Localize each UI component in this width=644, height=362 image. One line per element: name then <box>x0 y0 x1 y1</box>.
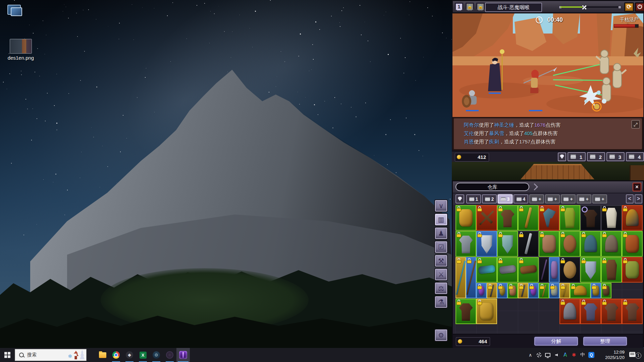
start-button[interactable] <box>0 348 15 362</box>
warehouse-tab-2[interactable]: 2 <box>482 194 497 203</box>
search-input[interactable]: 搜索 ❄ <box>15 349 87 361</box>
inventory-slot-kite-shield[interactable] <box>476 231 497 257</box>
tabs-prev-button[interactable]: < <box>626 194 634 203</box>
warehouse-tab-4[interactable]: 4 <box>514 194 528 203</box>
inventory-slot-wooden-shield[interactable] <box>559 231 580 257</box>
inventory-slot-gold-medal[interactable] <box>497 283 507 298</box>
team-button-4[interactable]: 4 <box>626 152 644 161</box>
inventory-slot-pagoda-charm[interactable] <box>549 257 559 283</box>
inventory-slot-dark-wand[interactable] <box>539 257 549 283</box>
inventory-slot-strap-vest[interactable] <box>601 299 622 324</box>
inventory-slot-green-gauntlets[interactable] <box>622 257 643 283</box>
inventory-slot-gem-belt[interactable] <box>476 257 497 283</box>
inventory-slot-violet-amulet-2[interactable] <box>528 283 539 298</box>
toolbar-button-warehouse-chest-icon[interactable]: ▥ <box>434 213 448 226</box>
tray-network-icon[interactable] <box>543 348 552 362</box>
warehouse-tab-3[interactable]: 3 <box>498 194 513 203</box>
lock-badge-icon[interactable]: 🔒 <box>466 3 474 11</box>
toolbar-button-scales-icon[interactable]: ⚖ <box>434 282 448 295</box>
taskbar-icon-game-dark[interactable] <box>163 348 176 362</box>
inventory-slot-steel-armor[interactable] <box>455 231 476 257</box>
inventory-slot-leather-belt[interactable] <box>518 257 539 283</box>
toolbar-button-quest-check-icon[interactable]: ☑ <box>434 241 448 253</box>
inventory-slot-gold-cross[interactable] <box>539 283 549 298</box>
taskbar-icon-game-active[interactable] <box>176 348 190 362</box>
warehouse-tab-add-4[interactable]: + <box>577 194 591 203</box>
inventory-slot-gold-hook[interactable] <box>559 283 570 298</box>
sort-button[interactable]: 整理 <box>583 336 628 346</box>
inventory-slot-wooden-staff[interactable] <box>466 257 476 298</box>
tray-ime-indicator[interactable]: 中 <box>578 348 587 362</box>
toolbar-button-alchemy-icon[interactable]: ⚗ <box>434 296 448 308</box>
inventory-slot-crossbow[interactable] <box>476 205 497 231</box>
toolbar-button-settings-gear-icon[interactable]: ⚙ <box>434 329 448 342</box>
close-warehouse-button[interactable]: × <box>633 183 641 191</box>
refresh-button[interactable]: ⟳ <box>624 2 634 12</box>
slider-handle-swords-icon[interactable] <box>580 3 588 11</box>
warehouse-tab-add-1[interactable]: + <box>529 194 544 203</box>
stage-badge[interactable]: 1 <box>455 3 463 11</box>
inventory-slot-bronze-shield[interactable] <box>559 257 580 283</box>
tray-volume-icon[interactable] <box>552 348 561 362</box>
inventory-slot-crate-charm[interactable] <box>601 283 611 298</box>
inventory-slot-bone-wand[interactable] <box>487 283 497 298</box>
tray-recorder-icon[interactable] <box>535 348 543 362</box>
inventory-slot-long-sword[interactable] <box>518 231 539 257</box>
lock-badge-icon-2[interactable]: 🔒 <box>476 3 485 11</box>
log-expand-icon[interactable]: ⤢ <box>631 120 640 129</box>
inventory-slot-bird-mask[interactable] <box>622 231 643 257</box>
inventory-slot-golden-cape[interactable] <box>455 205 476 231</box>
inventory-slot-gold-gauntlets[interactable] <box>476 299 497 324</box>
inventory-slot-golden-greathelm[interactable] <box>570 283 591 298</box>
warehouse-tab-1[interactable]: 1 <box>466 194 481 203</box>
battle-speed-slider[interactable] <box>560 6 620 8</box>
taskbar-icon-steam[interactable]: ⊙ <box>150 348 163 362</box>
inventory-slot-leather-gloves[interactable] <box>539 231 559 257</box>
inventory-slot-great-helm[interactable] <box>580 231 601 257</box>
team-button-1[interactable]: 1 <box>568 152 586 161</box>
inventory-slot-violet-amulet[interactable] <box>476 283 487 298</box>
toolbar-button-battle-swords-icon[interactable]: ⚔ <box>434 268 448 281</box>
taskbar-icon-excel[interactable]: X <box>136 348 150 362</box>
taskbar-icon-chrome[interactable] <box>109 348 123 362</box>
inventory-slot-dark-cuirass[interactable] <box>455 299 476 324</box>
inventory-slot-voodoo-doll[interactable] <box>507 283 518 298</box>
desktop-icon-pc[interactable] <box>7 4 21 17</box>
toolbar-button-character-icon[interactable]: ♟ <box>434 227 448 240</box>
taskbar-clock[interactable]: 12:09 2025/1/20 <box>596 350 627 360</box>
inventory-slot-gladiator-helm[interactable] <box>559 299 580 324</box>
team-button-2[interactable]: 2 <box>587 152 605 161</box>
tray-q-app-icon[interactable]: Q <box>587 348 596 362</box>
taskbar-icon-explorer[interactable] <box>96 348 109 362</box>
inventory-slot-iron-rod[interactable] <box>518 283 528 298</box>
warehouse-title-tab[interactable]: 仓库 <box>455 183 529 191</box>
inventory-slot-steel-shield[interactable] <box>580 257 601 283</box>
warehouse-gem-button[interactable] <box>455 194 464 203</box>
inventory-slot-leather-chest[interactable] <box>580 205 601 231</box>
tray-chevron-up-icon[interactable]: ∧ <box>526 348 535 362</box>
toolbar-button-collapse-icon[interactable]: ∨ <box>434 199 448 212</box>
warehouse-tab-add-5[interactable]: + <box>592 194 607 203</box>
inventory-slot-studded-belt[interactable] <box>497 257 518 283</box>
inventory-slot-green-cloak[interactable] <box>559 205 580 231</box>
inventory-slot-bell-pendant[interactable] <box>549 283 559 298</box>
inventory-slot-strap-vest-2[interactable] <box>622 299 643 324</box>
inventory-slot-navy-cuirass[interactable] <box>580 299 601 324</box>
tray-pinwheel-icon[interactable]: ✱ <box>570 348 578 362</box>
inventory-slot-fur-coat[interactable] <box>601 257 622 283</box>
warehouse-tab-add-2[interactable]: + <box>545 194 560 203</box>
gem-button[interactable] <box>558 153 566 161</box>
exit-battle-button[interactable]: ⏻ <box>635 2 644 12</box>
warehouse-tab-add-3[interactable]: + <box>561 194 576 203</box>
inventory-slot-tower-shield[interactable] <box>497 231 518 257</box>
inventory-slot-horned-helm[interactable] <box>601 231 622 257</box>
desktop-icon-des1en[interactable]: des1en.png <box>5 39 37 67</box>
inventory-slot-gold-plate[interactable] <box>622 205 643 231</box>
inventory-slot-crystal-staff[interactable] <box>455 257 466 298</box>
inventory-slot-white-robe[interactable] <box>601 205 622 231</box>
notification-center-button[interactable]: 1 <box>627 348 644 362</box>
inventory-slot-brown-shirt[interactable] <box>497 205 518 231</box>
inventory-slot-gold-chain[interactable] <box>591 283 601 298</box>
tabs-next-button[interactable]: > <box>635 194 642 203</box>
inventory-slot-rune-axe[interactable] <box>539 205 559 231</box>
